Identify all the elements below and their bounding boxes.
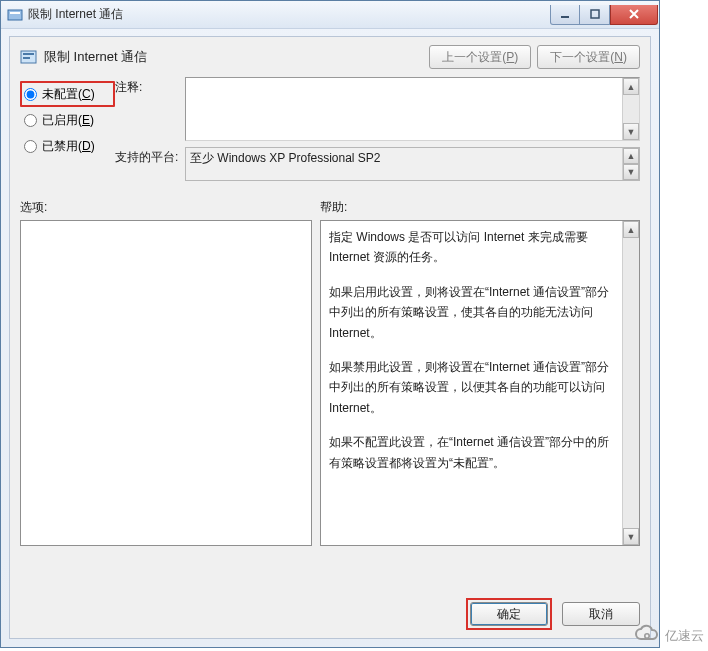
radio-enabled-label: 已启用(E) [42, 112, 94, 129]
help-text: 指定 Windows 是否可以访问 Internet 来完成需要 Interne… [321, 221, 622, 545]
comment-textarea[interactable]: ▲ ▼ [185, 77, 640, 141]
help-paragraph: 如果启用此设置，则将设置在“Internet 通信设置”部分中列出的所有策略设置… [329, 282, 614, 343]
watermark: 亿速云 [633, 624, 704, 647]
header-row: 限制 Internet 通信 上一个设置(P) 下一个设置(N) [10, 37, 650, 75]
radio-not-configured-label: 未配置(C) [42, 86, 95, 103]
app-icon [7, 7, 23, 23]
footer-buttons: 确定 取消 [466, 598, 640, 630]
close-button[interactable] [610, 5, 658, 25]
config-row: 未配置(C) 已启用(E) 已禁用(D) 注释: ▲ ▼ [10, 75, 650, 181]
platform-text: 至少 Windows XP Professional SP2 [186, 148, 622, 180]
svg-rect-2 [561, 16, 569, 18]
help-paragraph: 如果禁用此设置，则将设置在“Internet 通信设置”部分中列出的所有策略设置… [329, 357, 614, 418]
help-pane: 指定 Windows 是否可以访问 Internet 来完成需要 Interne… [320, 220, 640, 546]
titlebar[interactable]: 限制 Internet 通信 [1, 1, 659, 29]
comment-scrollbar[interactable]: ▲ ▼ [622, 78, 639, 140]
help-label: 帮助: [320, 199, 347, 216]
scroll-down-icon[interactable]: ▼ [623, 123, 639, 140]
scroll-up-icon[interactable]: ▲ [623, 78, 639, 95]
next-setting-button[interactable]: 下一个设置(N) [537, 45, 640, 69]
svg-rect-6 [23, 57, 30, 59]
dialog-window: 限制 Internet 通信 限制 Internet 通信 上一个设置(P) 下… [0, 0, 660, 648]
scroll-up-icon[interactable]: ▲ [623, 148, 639, 164]
svg-rect-0 [8, 10, 22, 20]
svg-rect-1 [10, 12, 20, 14]
fields-grid: 注释: ▲ ▼ 支持的平台: 至少 Windows XP Professiona… [115, 77, 640, 181]
options-pane [20, 220, 312, 546]
state-radios: 未配置(C) 已启用(E) 已禁用(D) [20, 77, 115, 181]
comment-label: 注释: [115, 77, 185, 96]
cancel-button[interactable]: 取消 [562, 602, 640, 626]
help-paragraph: 指定 Windows 是否可以访问 Internet 来完成需要 Interne… [329, 227, 614, 268]
svg-rect-5 [23, 53, 34, 55]
platform-label: 支持的平台: [115, 147, 185, 166]
policy-icon [20, 48, 38, 66]
policy-title: 限制 Internet 通信 [44, 48, 423, 66]
help-paragraph: 如果不配置此设置，在“Internet 通信设置”部分中的所有策略设置都将设置为… [329, 432, 614, 473]
cloud-icon [633, 624, 661, 647]
platform-scrollbar[interactable]: ▲ ▼ [622, 148, 639, 180]
panes: 指定 Windows 是否可以访问 Internet 来完成需要 Interne… [10, 220, 650, 546]
watermark-text: 亿速云 [665, 627, 704, 645]
scroll-up-icon[interactable]: ▲ [623, 221, 639, 238]
options-label: 选项: [20, 199, 320, 216]
window-title: 限制 Internet 通信 [28, 6, 550, 23]
radio-disabled-input[interactable] [24, 140, 37, 153]
radio-enabled[interactable]: 已启用(E) [20, 107, 115, 133]
svg-point-7 [645, 634, 649, 638]
scroll-down-icon[interactable]: ▼ [623, 528, 639, 545]
scroll-down-icon[interactable]: ▼ [623, 164, 639, 180]
radio-disabled[interactable]: 已禁用(D) [20, 133, 115, 159]
help-scrollbar[interactable]: ▲ ▼ [622, 221, 639, 545]
platform-box: 至少 Windows XP Professional SP2 ▲ ▼ [185, 147, 640, 181]
content-area: 限制 Internet 通信 上一个设置(P) 下一个设置(N) 未配置(C) … [9, 36, 651, 639]
radio-enabled-input[interactable] [24, 114, 37, 127]
radio-not-configured-input[interactable] [24, 88, 37, 101]
radio-not-configured[interactable]: 未配置(C) [20, 81, 115, 107]
minimize-button[interactable] [550, 5, 580, 25]
previous-setting-button[interactable]: 上一个设置(P) [429, 45, 531, 69]
section-labels: 选项: 帮助: [10, 181, 650, 220]
ok-highlight: 确定 [466, 598, 552, 630]
window-controls [550, 5, 658, 25]
maximize-button[interactable] [580, 5, 610, 25]
ok-button[interactable]: 确定 [470, 602, 548, 626]
svg-rect-3 [591, 10, 599, 18]
radio-disabled-label: 已禁用(D) [42, 138, 95, 155]
